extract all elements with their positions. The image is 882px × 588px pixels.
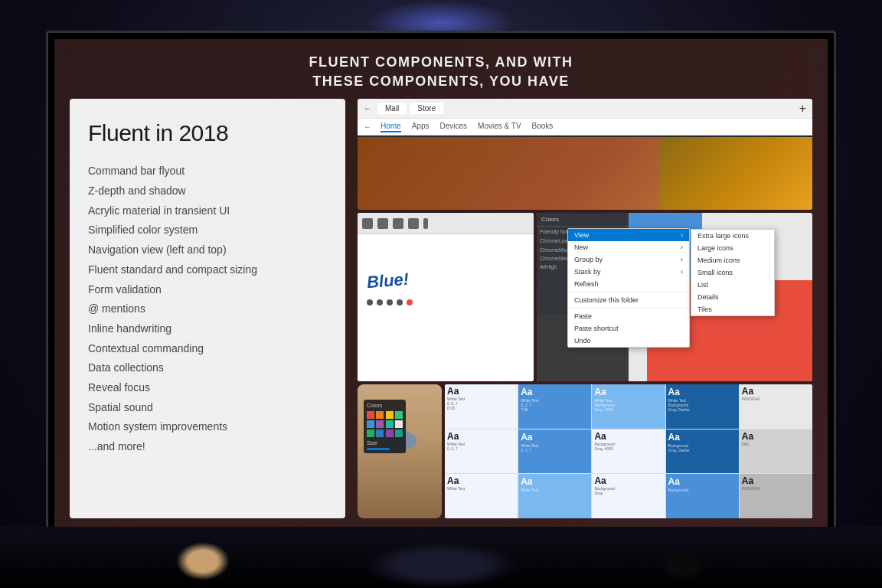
feature-item: Navigation view (left and top)	[88, 242, 327, 259]
phone-color-12	[395, 430, 403, 437]
phone-color-10	[376, 430, 384, 437]
typo-label-10: FAIL	[742, 442, 810, 446]
audience-area	[0, 527, 882, 588]
context-menu-view: View ›	[568, 229, 689, 241]
typo-label-9: BackgroundGray, Darker	[668, 443, 737, 452]
typo-cell-14: Aa Background	[666, 474, 739, 518]
nav-movies-tv: Movies & TV	[478, 122, 521, 132]
typo-label-15: PASS/FAIL	[742, 486, 810, 491]
phone-picker-size: Size	[367, 440, 403, 446]
context-menu-customize: Customize this folder	[568, 294, 689, 306]
typo-cell-6: Aa White Test0, 0, 7	[445, 430, 518, 474]
typo-aa-2: Aa	[521, 387, 589, 397]
browser-nav-bar: ← Home Apps Devices Movies & TV Books	[358, 119, 812, 136]
phone-color-7	[386, 420, 394, 428]
typo-cell-11: Aa White Test	[445, 474, 518, 518]
nav-back-icon: ←	[364, 122, 371, 131]
typo-label-3: White TextBackgroundGray, #000	[594, 398, 662, 412]
slide-title-line1: FLUENT COMPONENTS, AND WITH	[309, 53, 573, 72]
typo-label-8: BackgroundGray, #000	[594, 442, 662, 451]
typo-label-11: White Test	[447, 486, 515, 491]
context-menu-stackby: Stack by ›	[568, 266, 689, 278]
feature-item: @ mentions	[88, 301, 327, 318]
phone-color-picker: Colors	[364, 400, 406, 453]
typo-cell-9: Aa BackgroundGray, Darker	[666, 430, 739, 474]
phone-color-4	[395, 411, 403, 419]
submenu-small: Small icons	[691, 266, 774, 279]
typo-aa-1: Aa	[447, 387, 515, 396]
typo-aa-13: Aa	[594, 476, 662, 485]
typo-cell-12: Aa White Test	[518, 474, 591, 518]
nav-items: Home Apps Devices Movies & TV Books	[381, 122, 553, 132]
context-menu-paste: Paste	[568, 310, 689, 322]
paint-toolbar	[358, 213, 534, 234]
typo-label-13: BackgroundGray	[594, 486, 662, 495]
screenshot-context-menu: Colors Friendly Name	[537, 213, 812, 381]
nav-books: Books	[532, 122, 554, 132]
phone-color-8	[395, 420, 403, 428]
context-submenu: Extra large icons Large icons Medium ico…	[691, 229, 775, 316]
screen-bezel: FLUENT COMPONENTS, AND WITH THESE COMPON…	[54, 39, 828, 534]
screenshots-mid-row: Blue!	[358, 213, 812, 381]
typo-label-7: White Test0, 1, 7	[521, 443, 589, 452]
submenu-list: List	[691, 279, 774, 291]
context-menu-divider-2	[568, 308, 689, 309]
typo-aa-9: Aa	[668, 432, 737, 443]
typo-label-12: White Test	[521, 488, 589, 492]
browser-bar: ← Mail Store +	[358, 99, 812, 119]
slide-area: FLUENT COMPONENTS, AND WITH THESE COMPON…	[54, 39, 828, 534]
typo-aa-11: Aa	[447, 476, 515, 485]
typo-aa-5: Aa	[742, 387, 810, 396]
paint-dots-row	[367, 299, 413, 305]
screenshots-bottom-row: Colors	[358, 384, 812, 518]
paint-handwriting-text: Blue!	[366, 270, 410, 293]
context-menu-divider-1	[568, 292, 689, 292]
feature-item: Reveal focus	[88, 380, 327, 397]
screenshot-paint: Blue!	[358, 213, 534, 381]
store-hero-image	[358, 137, 812, 210]
audience-head-right	[660, 550, 706, 580]
feature-item: Z-depth and shadow	[88, 183, 327, 200]
slide-content: Fluent in 2018 Command bar flyout Z-dept…	[54, 99, 828, 534]
context-menu-paste-shortcut: Paste shortcut	[568, 322, 689, 335]
left-panel: Fluent in 2018 Command bar flyout Z-dept…	[70, 99, 345, 518]
audience-silhouette-center	[364, 542, 518, 588]
toolbar-icon-crop	[393, 218, 403, 229]
typo-cell-4: Aa White TextBackgroundGray, Darker	[666, 384, 739, 429]
toolbar-icon-delete	[362, 218, 373, 229]
typo-aa-15: Aa	[742, 476, 810, 485]
submenu-extra-large: Extra large icons	[691, 230, 774, 242]
paint-dot-5	[407, 299, 413, 305]
typo-cell-10: Aa FAIL	[740, 430, 812, 474]
feature-item-inline-handwriting: Inline handwriting	[88, 321, 327, 338]
typo-label-1: White Text0, 0, 76.93	[447, 397, 515, 410]
feature-item-more: ...and more!	[88, 439, 327, 456]
typo-cell-8: Aa BackgroundGray, #000	[592, 430, 665, 474]
slide-heading: Fluent in 2018	[88, 120, 327, 146]
feature-item-spatial-sound: Spatial sound	[88, 400, 327, 416]
feature-list: Command bar flyout Z-depth and shadow Ac…	[88, 163, 327, 455]
typo-cell-1: Aa White Text0, 0, 76.93	[445, 384, 518, 429]
context-menu-refresh: Refresh	[568, 278, 689, 290]
typo-aa-10: Aa	[742, 432, 810, 441]
feature-item: Contextual commanding	[88, 341, 327, 358]
feature-item: Fluent standard and compact sizing	[88, 262, 327, 279]
screenshot-store: ← Mail Store + ← Home Apps	[358, 99, 812, 210]
typo-cell-2: Aa White Text0, 1, 77.80	[518, 384, 591, 429]
phone-color-1	[367, 411, 374, 419]
typography-grid: Aa White Text0, 0, 76.93 Aa White Text0,…	[445, 384, 812, 518]
new-tab-icon: +	[799, 102, 806, 116]
right-panel: ← Mail Store + ← Home Apps	[358, 99, 812, 518]
presentation-screen: FLUENT COMPONENTS, AND WITH THESE COMPON…	[46, 31, 836, 542]
vr-hero-image	[659, 137, 812, 210]
submenu-medium: Medium icons	[691, 254, 774, 266]
slide-title-line2: THESE COMPONENTS, YOU HAVE	[309, 72, 573, 91]
color-panel-header: Colors	[537, 213, 629, 227]
audience-head-left	[176, 542, 230, 580]
context-menu-groupby: Group by ›	[568, 253, 689, 266]
phone-color-grid	[367, 411, 403, 437]
phone-color-9	[367, 430, 374, 437]
screenshot-typography: Aa White Text0, 0, 76.93 Aa White Text0,…	[445, 384, 812, 518]
paint-canvas: Blue!	[358, 234, 534, 381]
paint-dot-4	[397, 299, 403, 305]
